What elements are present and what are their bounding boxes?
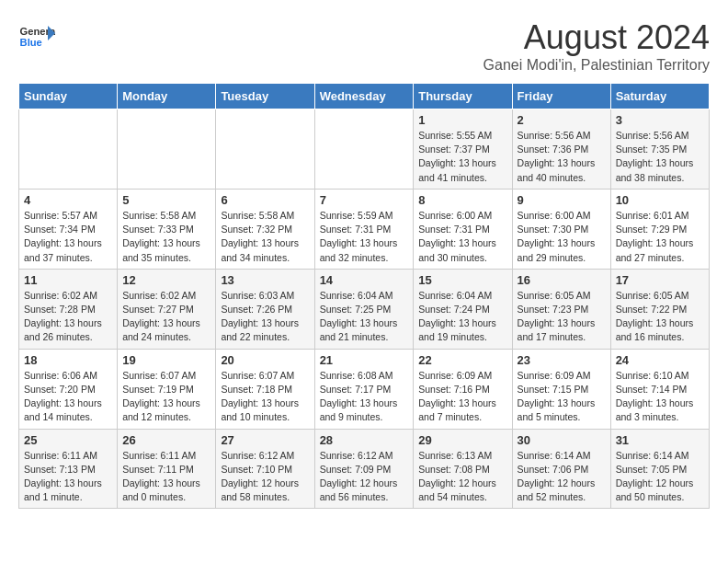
day-info: Sunrise: 6:00 AMSunset: 7:30 PMDaylight:… — [518, 209, 606, 265]
calendar-cell: 9Sunrise: 6:00 AMSunset: 7:30 PMDaylight… — [512, 189, 610, 269]
weekday-header-friday: Friday — [512, 84, 610, 109]
day-info: Sunrise: 6:08 AMSunset: 7:17 PMDaylight:… — [320, 369, 409, 425]
calendar-week-3: 11Sunrise: 6:02 AMSunset: 7:28 PMDayligh… — [19, 269, 710, 349]
calendar-cell: 10Sunrise: 6:01 AMSunset: 7:29 PMDayligh… — [610, 189, 709, 269]
calendar-cell: 26Sunrise: 6:11 AMSunset: 7:11 PMDayligh… — [118, 429, 216, 509]
calendar-cell: 30Sunrise: 6:14 AMSunset: 7:06 PMDayligh… — [512, 429, 610, 509]
calendar-cell: 16Sunrise: 6:05 AMSunset: 7:23 PMDayligh… — [512, 269, 610, 349]
day-info: Sunrise: 6:13 AMSunset: 7:08 PMDaylight:… — [418, 449, 506, 505]
calendar-cell — [118, 109, 216, 190]
calendar-cell: 19Sunrise: 6:07 AMSunset: 7:19 PMDayligh… — [118, 349, 216, 429]
calendar-cell: 4Sunrise: 5:57 AMSunset: 7:34 PMDaylight… — [19, 189, 118, 269]
day-info: Sunrise: 5:58 AMSunset: 7:33 PMDaylight:… — [122, 209, 210, 265]
day-number: 30 — [518, 433, 606, 447]
calendar-cell: 8Sunrise: 6:00 AMSunset: 7:31 PMDaylight… — [414, 189, 512, 269]
calendar-cell: 27Sunrise: 6:12 AMSunset: 7:10 PMDayligh… — [216, 429, 314, 509]
calendar-cell: 5Sunrise: 5:58 AMSunset: 7:33 PMDaylight… — [118, 189, 216, 269]
weekday-header-row: SundayMondayTuesdayWednesdayThursdayFrid… — [19, 84, 710, 109]
calendar-cell: 28Sunrise: 6:12 AMSunset: 7:09 PMDayligh… — [314, 429, 414, 509]
calendar-cell: 11Sunrise: 6:02 AMSunset: 7:28 PMDayligh… — [19, 269, 118, 349]
weekday-header-monday: Monday — [118, 84, 216, 109]
svg-text:Blue: Blue — [20, 37, 42, 48]
day-number: 31 — [616, 433, 704, 447]
day-info: Sunrise: 6:01 AMSunset: 7:29 PMDaylight:… — [616, 209, 704, 265]
calendar-week-1: 1Sunrise: 5:55 AMSunset: 7:37 PMDaylight… — [19, 109, 710, 190]
day-number: 25 — [24, 433, 112, 447]
calendar-week-5: 25Sunrise: 6:11 AMSunset: 7:13 PMDayligh… — [19, 429, 710, 509]
day-number: 1 — [418, 113, 506, 127]
day-number: 12 — [122, 273, 210, 287]
calendar-cell: 25Sunrise: 6:11 AMSunset: 7:13 PMDayligh… — [19, 429, 118, 509]
day-number: 15 — [418, 273, 506, 287]
day-info: Sunrise: 6:04 AMSunset: 7:25 PMDaylight:… — [320, 289, 409, 345]
title-block: August 2024 Ganei Modi'in, Palestinian T… — [483, 18, 710, 74]
weekday-header-saturday: Saturday — [610, 84, 709, 109]
calendar-cell: 23Sunrise: 6:09 AMSunset: 7:15 PMDayligh… — [512, 349, 610, 429]
main-title: August 2024 — [483, 18, 710, 57]
day-info: Sunrise: 6:14 AMSunset: 7:05 PMDaylight:… — [616, 449, 704, 505]
logo: General Blue — [18, 18, 55, 55]
calendar-week-4: 18Sunrise: 6:06 AMSunset: 7:20 PMDayligh… — [19, 349, 710, 429]
calendar-cell: 13Sunrise: 6:03 AMSunset: 7:26 PMDayligh… — [216, 269, 314, 349]
day-info: Sunrise: 6:03 AMSunset: 7:26 PMDaylight:… — [221, 289, 309, 345]
calendar-cell: 6Sunrise: 5:58 AMSunset: 7:32 PMDaylight… — [216, 189, 314, 269]
day-info: Sunrise: 5:56 AMSunset: 7:36 PMDaylight:… — [518, 129, 606, 185]
day-info: Sunrise: 5:55 AMSunset: 7:37 PMDaylight:… — [418, 129, 506, 185]
day-number: 22 — [418, 353, 506, 367]
day-number: 3 — [616, 113, 704, 127]
calendar-cell: 24Sunrise: 6:10 AMSunset: 7:14 PMDayligh… — [610, 349, 709, 429]
day-number: 13 — [221, 273, 309, 287]
day-number: 24 — [616, 353, 704, 367]
day-info: Sunrise: 6:12 AMSunset: 7:10 PMDaylight:… — [221, 449, 309, 505]
day-number: 23 — [518, 353, 606, 367]
day-number: 2 — [518, 113, 606, 127]
calendar-cell: 14Sunrise: 6:04 AMSunset: 7:25 PMDayligh… — [314, 269, 414, 349]
day-number: 7 — [320, 193, 409, 207]
day-number: 6 — [221, 193, 309, 207]
day-number: 28 — [320, 433, 409, 447]
day-number: 29 — [418, 433, 506, 447]
day-info: Sunrise: 6:07 AMSunset: 7:19 PMDaylight:… — [122, 369, 210, 425]
day-number: 17 — [616, 273, 704, 287]
day-number: 10 — [616, 193, 704, 207]
day-info: Sunrise: 6:06 AMSunset: 7:20 PMDaylight:… — [24, 369, 112, 425]
calendar-cell — [216, 109, 314, 190]
calendar-cell: 1Sunrise: 5:55 AMSunset: 7:37 PMDaylight… — [414, 109, 512, 190]
weekday-header-wednesday: Wednesday — [314, 84, 414, 109]
calendar-cell: 12Sunrise: 6:02 AMSunset: 7:27 PMDayligh… — [118, 269, 216, 349]
day-info: Sunrise: 6:14 AMSunset: 7:06 PMDaylight:… — [518, 449, 606, 505]
calendar-cell: 15Sunrise: 6:04 AMSunset: 7:24 PMDayligh… — [414, 269, 512, 349]
day-info: Sunrise: 6:05 AMSunset: 7:23 PMDaylight:… — [518, 289, 606, 345]
calendar-cell — [314, 109, 414, 190]
day-info: Sunrise: 5:56 AMSunset: 7:35 PMDaylight:… — [616, 129, 704, 185]
day-number: 20 — [221, 353, 309, 367]
day-number: 16 — [518, 273, 606, 287]
page-header: General Blue August 2024 Ganei Modi'in, … — [18, 18, 710, 74]
calendar-table: SundayMondayTuesdayWednesdayThursdayFrid… — [18, 83, 710, 509]
logo-icon: General Blue — [18, 18, 55, 55]
day-info: Sunrise: 5:59 AMSunset: 7:31 PMDaylight:… — [320, 209, 409, 265]
day-number: 26 — [122, 433, 210, 447]
day-info: Sunrise: 6:02 AMSunset: 7:27 PMDaylight:… — [122, 289, 210, 345]
day-info: Sunrise: 6:09 AMSunset: 7:15 PMDaylight:… — [518, 369, 606, 425]
day-info: Sunrise: 6:11 AMSunset: 7:11 PMDaylight:… — [122, 449, 210, 505]
calendar-cell: 22Sunrise: 6:09 AMSunset: 7:16 PMDayligh… — [414, 349, 512, 429]
calendar-cell: 2Sunrise: 5:56 AMSunset: 7:36 PMDaylight… — [512, 109, 610, 190]
day-number: 8 — [418, 193, 506, 207]
weekday-header-sunday: Sunday — [19, 84, 118, 109]
day-number: 18 — [24, 353, 112, 367]
calendar-cell: 20Sunrise: 6:07 AMSunset: 7:18 PMDayligh… — [216, 349, 314, 429]
day-number: 27 — [221, 433, 309, 447]
day-info: Sunrise: 6:07 AMSunset: 7:18 PMDaylight:… — [221, 369, 309, 425]
day-info: Sunrise: 6:00 AMSunset: 7:31 PMDaylight:… — [418, 209, 506, 265]
day-info: Sunrise: 6:12 AMSunset: 7:09 PMDaylight:… — [320, 449, 409, 505]
day-number: 4 — [24, 193, 112, 207]
calendar-cell: 17Sunrise: 6:05 AMSunset: 7:22 PMDayligh… — [610, 269, 709, 349]
day-info: Sunrise: 6:05 AMSunset: 7:22 PMDaylight:… — [616, 289, 704, 345]
weekday-header-thursday: Thursday — [414, 84, 512, 109]
calendar-cell: 3Sunrise: 5:56 AMSunset: 7:35 PMDaylight… — [610, 109, 709, 190]
calendar-cell — [19, 109, 118, 190]
day-info: Sunrise: 6:02 AMSunset: 7:28 PMDaylight:… — [24, 289, 112, 345]
day-number: 14 — [320, 273, 409, 287]
calendar-cell: 29Sunrise: 6:13 AMSunset: 7:08 PMDayligh… — [414, 429, 512, 509]
